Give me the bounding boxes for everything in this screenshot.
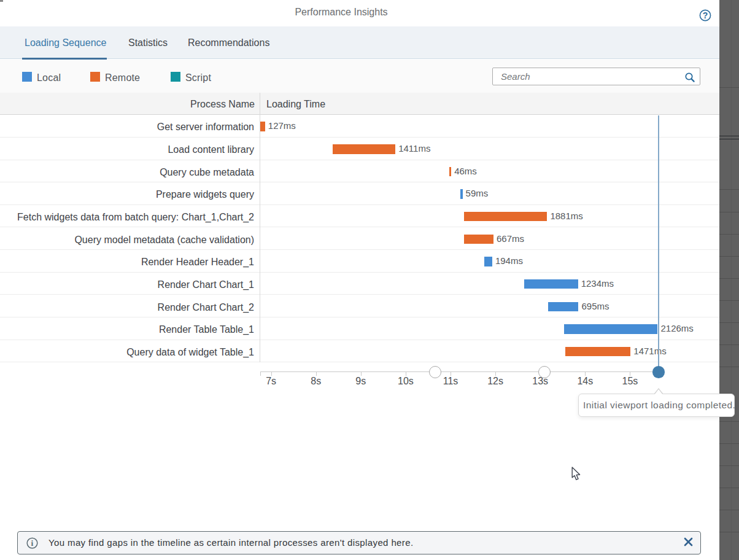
- svg-text:i: i: [31, 539, 34, 548]
- svg-text:?: ?: [703, 10, 708, 20]
